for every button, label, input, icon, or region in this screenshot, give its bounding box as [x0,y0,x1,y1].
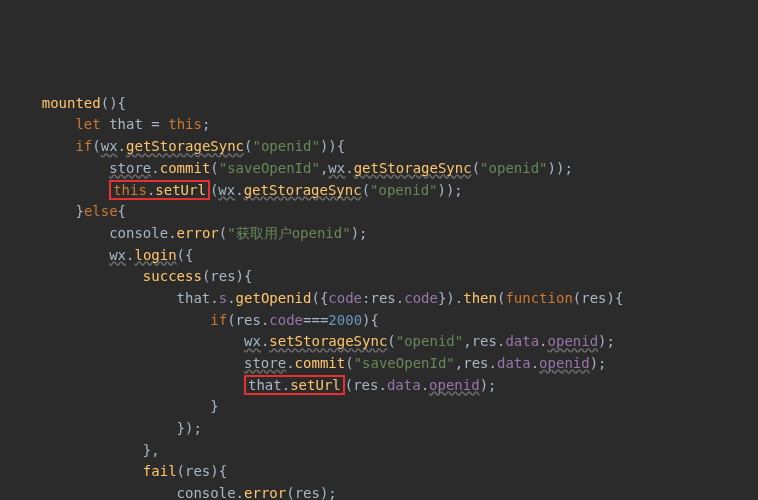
code-line: } [8,396,758,418]
code-line: console.error(res); [8,483,758,500]
code-line: }); [8,418,758,440]
code-line: fail(res){ [8,461,758,483]
code-line: store.commit("saveOpenId",res.data.openi… [8,353,758,375]
method-name: mounted [42,95,101,111]
code-line: let that = this; [8,114,758,136]
code-line: that.setUrl(res.data.openid); [8,375,758,397]
highlight-box: this.setUrl [109,180,210,201]
code-line: success(res){ [8,266,758,288]
code-line: if(res.code===2000){ [8,310,758,332]
code-line: wx.login({ [8,245,758,267]
code-line: }, [8,440,758,462]
code-line: this.setUrl(wx.getStorageSync("openid"))… [8,180,758,202]
code-line: if(wx.getStorageSync("openid")){ [8,136,758,158]
code-line: wx.setStorageSync("openid",res.data.open… [8,331,758,353]
code-editor[interactable]: mounted(){ let that = this; if(wx.getSto… [8,93,758,500]
code-line: store.commit("saveOpenId",wx.getStorageS… [8,158,758,180]
code-line: that.s.getOpenid({code:res.code}).then(f… [8,288,758,310]
code-line: }else{ [8,201,758,223]
code-line: console.error("获取用户openid"); [8,223,758,245]
highlight-box: that.setUrl [244,375,345,396]
code-line: mounted(){ [8,93,758,115]
